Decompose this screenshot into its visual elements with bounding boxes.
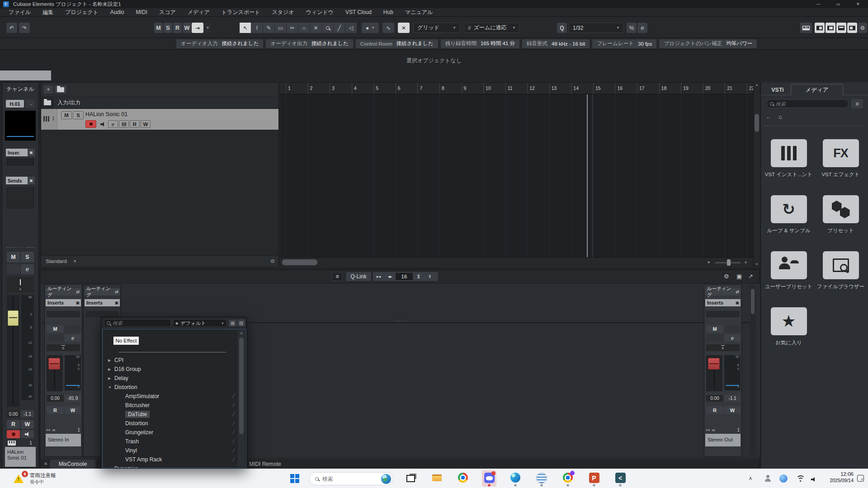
media-tile-vst-effects[interactable]: VST エフェクト — [815, 136, 867, 192]
routing-rack-header[interactable]: ルーティング ⇄ — [46, 288, 81, 296]
track-preset-name[interactable]: Standard — [46, 258, 67, 264]
people-tray-icon[interactable] — [764, 475, 771, 482]
sends-bypass-icon[interactable]: ▣ — [28, 177, 35, 184]
open-external-mixer-icon[interactable]: ↗ — [748, 273, 753, 280]
close-button[interactable]: ✕ — [848, 0, 868, 8]
tree-arrow-icon[interactable] — [108, 358, 114, 362]
media-tile-loops-samples[interactable]: ループ & サンプル — [763, 192, 815, 248]
iterative-quantize-icon[interactable]: % — [627, 23, 637, 33]
media-tile-presets[interactable]: プリセット — [815, 192, 867, 248]
media-tile-favorites[interactable]: お気に入り — [763, 304, 815, 360]
info-chip[interactable]: オーディオ入力 接続されました — [176, 39, 263, 48]
channel-inserts-header[interactable]: Inser. ▣ — [6, 149, 35, 156]
strip-name-label[interactable]: Stereo Out — [705, 434, 741, 446]
window-layout-setup-icon[interactable]: ⚙ — [858, 23, 867, 33]
channel-volume-value[interactable]: 0.00 — [7, 410, 20, 418]
inserts-rack-header[interactable]: Inserts ▣ — [85, 299, 120, 306]
erase-tool-icon[interactable]: ▭ — [275, 23, 286, 33]
inserts-rack-header[interactable]: Inserts ▣ — [46, 299, 81, 306]
add-track-button[interactable]: + — [44, 85, 53, 94]
channel-open-icon[interactable]: → — [26, 99, 35, 108]
use-track-preset-button[interactable] — [55, 85, 66, 94]
routing-rack-header[interactable]: ルーティング ⇄ — [705, 288, 741, 296]
menu-item[interactable]: スタジオ — [266, 8, 300, 16]
vertical-scrollbar[interactable]: ▲ ▼ — [753, 82, 760, 267]
ruler-bar[interactable]: 9 — [462, 83, 484, 94]
taskbar-app-explorer[interactable] — [429, 470, 444, 487]
track-record-enable-button[interactable] — [85, 120, 96, 128]
track-monitor-button[interactable] — [98, 120, 107, 128]
strip-read-button[interactable]: R — [47, 406, 64, 414]
home-icon[interactable]: ⌂ — [775, 112, 785, 121]
track-instrument-button[interactable] — [119, 120, 129, 128]
channel-monitor-button[interactable] — [21, 430, 34, 438]
channel-edit-button[interactable]: e — [21, 264, 34, 274]
close-lower-zone-icon[interactable]: ✕ — [44, 461, 47, 466]
ruler-bar[interactable]: 22 — [747, 83, 753, 94]
horizontal-scrollbar[interactable]: ▸ + — [280, 257, 753, 267]
plugin-row[interactable]: Delay — [103, 374, 237, 383]
plugin-row[interactable]: Trash — [103, 437, 237, 446]
track-edit-button[interactable]: e — [108, 120, 118, 128]
quantize-panel-icon[interactable]: e — [637, 23, 647, 33]
taskbar-app-edge[interactable] — [508, 470, 523, 487]
fader-cap[interactable] — [48, 358, 60, 370]
channel-peak-value[interactable]: -1.1 — [21, 410, 34, 418]
tile-button[interactable] — [823, 251, 859, 279]
qlink-button[interactable]: Q-Link — [346, 272, 371, 281]
fader-lane[interactable] — [7, 295, 19, 407]
automation-button[interactable]: M — [154, 23, 163, 33]
rack-fader-divider[interactable]: ···· — [6, 246, 35, 249]
collapse-all-icon[interactable]: ⊟ — [237, 319, 245, 327]
h-zoom-preset-icon[interactable]: ▸ — [708, 259, 710, 264]
strip-pan-control[interactable]: c — [47, 344, 80, 351]
snap-type-dropdown[interactable]: グリッド▼ — [413, 23, 460, 33]
track-mute-button[interactable]: M — [61, 111, 72, 119]
left-zone-setup-icon[interactable] — [826, 23, 835, 33]
info-chip[interactable]: オーディオ出力 接続されました — [266, 39, 353, 48]
taskbar-app-chrome[interactable] — [456, 470, 470, 487]
tab-vsti[interactable]: VSTi — [766, 85, 789, 95]
info-chip[interactable]: Control Room 接続されました — [356, 39, 438, 48]
timeline-ruler[interactable]: 12345678910111213141516171819202122 — [280, 83, 753, 94]
back-arrow-icon[interactable]: ← — [764, 112, 774, 121]
plugin-row[interactable]: Grungelizer — [103, 428, 237, 437]
ruler-bar[interactable]: 21 — [725, 83, 747, 94]
ruler-bar[interactable]: 15 — [593, 83, 615, 94]
autoscroll-options-icon[interactable]: ▼ — [204, 23, 211, 33]
media-list-view-icon[interactable]: ≡ — [851, 99, 863, 108]
autoscroll-button[interactable]: ⇥ — [192, 23, 203, 33]
v-scroll-up-icon[interactable]: ▲ — [754, 83, 760, 86]
fader-cap[interactable] — [708, 358, 720, 370]
plugin-row[interactable]: VST Amp Rack — [103, 455, 237, 464]
tree-arrow-icon[interactable] — [108, 367, 114, 371]
taskbar-app-chrome2[interactable] — [561, 470, 575, 487]
quantize-icon[interactable]: Q — [557, 23, 567, 33]
strip-edit-button[interactable]: e — [65, 334, 81, 342]
insert-slot-empty[interactable] — [7, 159, 34, 165]
insert-slot-empty[interactable] — [706, 311, 740, 317]
quantize-preset-dropdown[interactable]: 1/32▼ — [569, 23, 624, 33]
preset-dropdown-icon[interactable]: ▼ — [73, 259, 77, 263]
plugin-row[interactable]: Distortion — [103, 419, 237, 428]
object-select-tool-icon[interactable]: ↖ — [240, 23, 251, 33]
weather-alert-text[interactable]: 雷雨注意報 — [30, 472, 56, 479]
info-chip[interactable]: 録音形式 48 kHz - 16 bit — [522, 39, 590, 48]
channel-mute-button[interactable]: M — [7, 252, 20, 263]
zoom-tool-icon[interactable] — [322, 23, 333, 33]
ruler-bar[interactable]: 3 — [330, 83, 352, 94]
split-tool-icon[interactable]: ✂ — [287, 23, 298, 33]
strip-fader-lane[interactable] — [706, 355, 722, 391]
ruler-bar[interactable]: 11 — [505, 83, 528, 94]
taskbar-app-taskview[interactable] — [403, 470, 418, 487]
channel-read-button[interactable]: R — [7, 420, 20, 429]
draw-tool-icon[interactable]: ✎ — [263, 23, 274, 33]
ruler-bar[interactable]: 18 — [659, 83, 681, 94]
taskbar-search-box[interactable] — [309, 472, 393, 485]
v-scroll-down-icon[interactable]: ▼ — [754, 263, 760, 266]
minimize-button[interactable]: — — [808, 0, 828, 8]
v-scroll-thumb[interactable] — [755, 114, 759, 132]
send-slot-empty[interactable] — [7, 188, 34, 208]
redo-button[interactable]: ↷ — [19, 23, 30, 33]
menu-item[interactable]: VST Cloud — [340, 8, 377, 16]
